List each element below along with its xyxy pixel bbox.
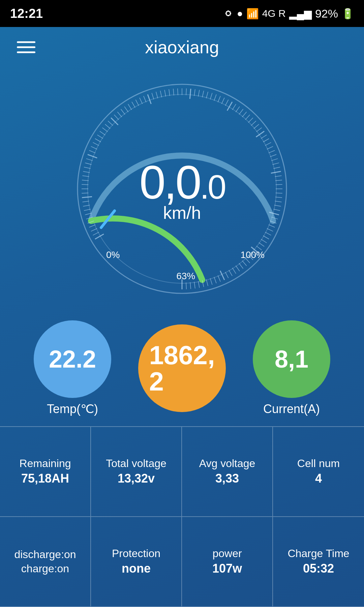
svg-line-109 [236,266,239,271]
stat-power-label: power [212,547,242,561]
svg-line-41 [140,98,142,104]
svg-line-34 [114,115,119,120]
mileage-circle: 1862, 2 [138,324,226,412]
svg-line-78 [269,150,275,153]
location-icon: ● [237,8,243,19]
svg-line-77 [267,146,273,149]
current-circle-group: 8,1 Current(A) [253,320,330,416]
svg-line-114 [218,276,220,282]
temp-label: Temp(℃) [47,402,98,416]
svg-line-55 [198,90,199,97]
svg-line-84 [275,176,282,177]
svg-line-122 [186,283,186,289]
svg-line-33 [111,118,118,125]
svg-line-46 [160,91,162,97]
current-label: Current(A) [263,402,320,416]
svg-line-65 [236,107,239,112]
stats-grid: Remaining 75,18AH Total voltage 13,32v A… [0,426,364,607]
svg-line-107 [242,261,247,266]
stat-charge-time-value: 05:32 [303,561,334,577]
svg-line-60 [218,96,220,102]
svg-line-85 [275,180,282,181]
svg-line-71 [254,124,259,128]
svg-line-59 [214,94,216,101]
svg-line-90 [275,201,282,202]
current-value: 8,1 [275,347,308,371]
stat-total-voltage-value: 13,32v [118,471,155,487]
battery-icon: 🔋 [341,8,354,20]
signal-bars-icon: ▂▄▆ [289,8,312,20]
svg-line-32 [108,121,113,126]
svg-line-92 [273,209,280,210]
stat-cell-num-label: Cell num [297,457,340,471]
svg-line-70 [251,121,256,126]
stat-discharge-charge: discharge:on charge:on [0,517,91,607]
svg-line-82 [273,167,280,169]
svg-line-47 [164,90,165,97]
stat-avg-voltage-value: 3,33 [215,471,239,487]
svg-line-100 [261,239,267,243]
svg-line-39 [132,102,135,108]
svg-line-86 [276,184,282,185]
wifi-icon: 📶 [246,8,259,20]
svg-line-69 [248,118,253,122]
svg-line-38 [128,104,132,110]
svg-line-117 [206,280,208,286]
stat-remaining: Remaining 75,18AH [0,427,91,517]
svg-line-13 [82,197,92,198]
svg-line-42 [144,96,146,102]
svg-line-24 [89,150,95,153]
stat-charge-time: Charge Time 05:32 [273,517,364,607]
app-header: xiaoxiang [0,27,364,67]
svg-line-35 [117,112,122,117]
svg-line-30 [102,128,108,132]
svg-line-66 [239,109,243,115]
svg-line-101 [259,242,264,246]
svg-line-75 [263,139,269,142]
status-icons: ⭘︎ ● 📶 4G R ▂▄▆ 92% 🔋 [223,7,354,20]
svg-line-5 [91,228,97,231]
arc-label-63-pct: 63% [176,271,195,282]
temp-value: 22.2 [49,347,96,371]
svg-line-108 [239,263,243,269]
svg-line-14 [82,193,88,193]
stat-protection: Protection none [91,517,182,607]
stat-power-value: 107w [212,561,242,577]
stat-discharge-label: discharge:on charge:on [14,548,76,576]
svg-line-68 [245,115,250,120]
svg-line-89 [275,197,282,198]
svg-line-112 [225,272,228,278]
svg-line-80 [271,158,278,161]
svg-line-36 [121,109,125,115]
info-circles-section: 22.2 Temp(℃) 1862, 2 8,1 Current(A) [0,310,364,426]
speed-display: 0,0.0 km/h [139,159,224,223]
svg-line-20 [84,167,91,169]
svg-line-16 [82,184,88,185]
svg-line-72 [256,128,262,132]
network-indicator: 4G R [262,8,286,19]
svg-line-88 [276,193,282,193]
svg-line-49 [173,89,174,95]
svg-line-81 [273,163,279,165]
menu-button[interactable] [17,41,35,53]
svg-line-48 [169,89,170,96]
svg-line-43 [148,94,151,104]
svg-line-37 [124,107,128,112]
speedometer-section: 0,0.0 km/h 0% 100% 63% [0,67,364,310]
svg-line-6 [89,225,95,227]
svg-line-31 [105,124,110,128]
status-bar: 12:21 ⭘︎ ● 📶 4G R ▂▄▆ 92% 🔋 [0,0,364,27]
svg-line-11 [83,205,90,206]
svg-line-23 [88,154,97,158]
svg-line-97 [267,228,273,231]
svg-line-10 [84,209,91,210]
svg-line-54 [194,89,195,96]
speedometer: 0,0.0 km/h 0% 100% 63% [67,74,297,310]
arc-label-0-pct: 0% [106,250,120,260]
svg-line-119 [198,281,199,288]
svg-line-76 [265,142,271,145]
svg-line-29 [100,131,105,135]
svg-line-113 [220,271,224,280]
svg-line-28 [97,135,103,139]
svg-line-52 [186,88,186,95]
